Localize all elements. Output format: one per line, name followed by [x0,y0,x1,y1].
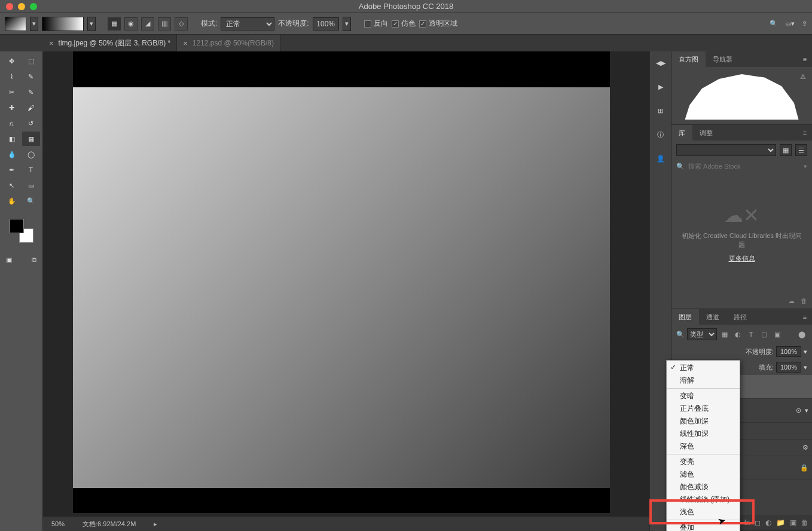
blend-mode-item[interactable]: 深色 [667,440,740,453]
layer-filter-kind[interactable]: 类型 [687,328,717,340]
warning-icon[interactable]: ⚠ [800,73,806,81]
opacity-dropdown[interactable]: ▾ [343,17,351,31]
path-select-tool[interactable]: ↖ [3,178,21,193]
hand-tool[interactable]: ✋ [3,194,21,208]
group-icon[interactable]: 📁 [776,518,785,527]
properties-panel-icon[interactable]: ⊞ [654,104,667,117]
eraser-tool[interactable]: ◧ [3,132,21,146]
blend-mode-item[interactable]: 溶解 [667,374,740,387]
tab-libraries[interactable]: 库 [671,125,692,141]
blend-mode-item[interactable]: 变亮 [667,456,740,468]
share-icon[interactable]: ⇪ [802,20,807,28]
linear-gradient-icon[interactable]: ▦ [108,17,121,30]
library-search[interactable]: 🔍 搜索 Adobe Stock▾ [671,160,812,173]
blend-mode-item[interactable]: 正片叠底 [667,402,740,415]
delete-layer-icon[interactable]: 🗑 [801,518,808,527]
blend-mode-item[interactable]: 变暗 [667,390,740,402]
quick-select-tool[interactable]: ✎ [22,69,40,84]
move-tool[interactable]: ✥ [3,54,21,68]
minimize-window[interactable] [18,3,25,10]
zoom-tool[interactable]: 🔍 [22,194,40,208]
close-window[interactable] [6,3,13,10]
filter-toggle[interactable]: ⬤ [796,329,807,340]
search-icon[interactable]: 🔍 [770,20,778,28]
screenmode-icon[interactable]: ⧉ [25,252,43,267]
filter-type-icon[interactable]: T [746,329,756,340]
layer-fill-value[interactable]: 100% [776,362,801,373]
dodge-tool[interactable]: ◯ [22,147,40,161]
tab-histogram[interactable]: 直方图 [671,51,706,67]
diamond-gradient-icon[interactable]: ◇ [175,17,188,30]
tab-layers[interactable]: 图层 [671,309,699,325]
filter-pixel-icon[interactable]: ▦ [719,329,730,340]
history-panel-icon[interactable]: ▶ [654,80,667,93]
adjustment-icon[interactable]: ◐ [765,518,771,527]
reverse-checkbox[interactable]: 反向 [364,19,388,29]
new-layer-icon[interactable]: ▣ [790,518,796,527]
filter-settings-icon[interactable]: ⚙ [802,444,808,451]
blend-mode-item[interactable]: 线性加深 [667,428,740,440]
dither-checkbox[interactable]: ✓仿色 [392,19,416,29]
blur-tool[interactable]: 💧 [3,147,21,161]
filter-smart-icon[interactable]: ▣ [772,329,783,340]
maximize-window[interactable] [30,3,37,10]
pen-tool[interactable]: ✒ [3,163,21,177]
link-icon[interactable]: ⊙ [796,407,801,414]
more-info-link[interactable]: 更多信息 [729,254,755,263]
type-tool[interactable]: T [22,163,40,177]
radial-gradient-icon[interactable]: ◉ [124,17,138,30]
document-canvas[interactable] [73,87,610,488]
canvas-area[interactable]: 50% 文档:6.92M/24.2M ▸ [43,51,649,531]
close-tab-icon[interactable]: × [183,39,188,48]
tab-paths[interactable]: 路径 [726,309,754,325]
marquee-tool[interactable]: ⬚ [22,54,40,68]
shape-tool[interactable]: ▭ [22,178,40,193]
brush-tool[interactable]: 🖌 [22,100,40,115]
grid-view-icon[interactable]: ▦ [780,144,792,156]
crop-tool[interactable]: ✂ [3,85,21,99]
blend-mode-item[interactable]: 颜色加深 [667,415,740,428]
character-panel-icon[interactable]: 👤 [654,152,667,165]
gradient-dropdown[interactable]: ▾ [87,17,96,31]
blend-mode-item[interactable]: 滤色 [667,468,740,481]
gradient-preview[interactable] [42,17,84,31]
trash-icon[interactable]: 🗑 [801,297,807,304]
workspace-icon[interactable]: ▭▾ [785,20,795,28]
blend-mode-item[interactable]: 浅色 [667,506,740,518]
tab-navigator[interactable]: 导航器 [706,51,740,67]
document-tab-2[interactable]: × 1212.psd @ 50%(RGB/8) [177,35,280,51]
filter-shape-icon[interactable]: ▢ [759,329,770,340]
history-brush-tool[interactable]: ↺ [22,116,40,130]
list-view-icon[interactable]: ☰ [795,144,807,156]
blend-mode-item[interactable]: 正常 [667,362,740,374]
fx-icon[interactable]: fx [744,518,750,527]
zoom-level[interactable]: 50% [51,520,65,527]
transparent-checkbox[interactable]: ✓透明区域 [419,19,457,29]
healing-tool[interactable]: ✚ [3,100,21,115]
panel-menu-icon[interactable]: ≡ [798,309,812,325]
tab-channels[interactable]: 通道 [699,309,726,325]
gradient-tool[interactable]: ▦ [22,132,40,146]
mask-icon[interactable]: ◻ [755,518,761,527]
panel-menu-icon[interactable]: ≡ [798,51,812,67]
layer-opacity-value[interactable]: 100% [776,346,801,357]
blend-mode-popup[interactable]: 正常溶解变暗正片叠底颜色加深线性加深深色变亮滤色颜色减淡线性减淡 (添加)浅色叠… [666,360,740,531]
tab-adjustments[interactable]: 调整 [692,125,720,141]
filter-adjust-icon[interactable]: ◐ [732,329,743,340]
blend-mode-item[interactable]: 颜色减淡 [667,481,740,493]
document-tab-1[interactable]: × timg.jpeg @ 50% (图层 3, RGB/8) * [43,35,177,51]
lasso-tool[interactable]: ⌇ [3,69,21,84]
dock-expand-icon[interactable]: ◀▶ [654,56,667,69]
reflected-gradient-icon[interactable]: ▥ [158,17,171,30]
library-select[interactable] [676,144,776,156]
tool-preset[interactable] [5,17,26,31]
blend-mode-item[interactable]: 线性减淡 (添加) [667,493,740,506]
close-tab-icon[interactable]: × [49,39,54,48]
panel-menu-icon[interactable]: ≡ [798,125,812,141]
angle-gradient-icon[interactable]: ◢ [141,17,154,30]
status-arrow-icon[interactable]: ▸ [154,520,157,528]
stamp-tool[interactable]: ⎌ [3,116,21,130]
blend-mode-select[interactable]: 正常 [221,17,274,30]
info-panel-icon[interactable]: ⓘ [654,128,667,141]
blend-mode-item[interactable]: 叠加 [667,521,740,531]
